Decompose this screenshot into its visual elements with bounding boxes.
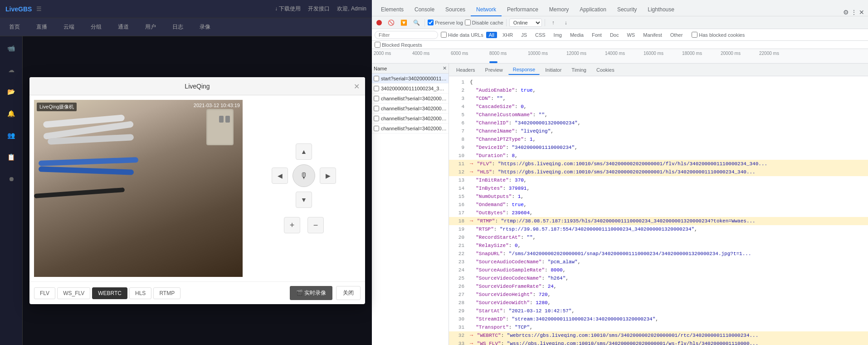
nav-user[interactable]: 用户 [141, 21, 160, 33]
blocked-cookies-label[interactable]: Has blocked cookies [692, 32, 745, 38]
record-btn[interactable] [376, 20, 382, 25]
filter-xhr-btn[interactable]: XHR [500, 32, 516, 38]
nav-record[interactable]: 录像 [196, 21, 214, 33]
devtools-close-icon[interactable]: ✕ [859, 9, 864, 16]
export-btn[interactable]: ↓ [561, 17, 571, 28]
sidebar-record-icon[interactable]: ⏺ [4, 172, 19, 186]
json-line-2: 2 "AudioEnable": true, [449, 86, 868, 94]
blocked-requests-checkbox[interactable] [375, 42, 380, 48]
search-icon-btn[interactable]: 🔍 [411, 17, 422, 28]
preserve-log-checkbox[interactable] [428, 20, 434, 25]
hide-data-urls-label[interactable]: Hide data URLs [441, 32, 483, 38]
close-panel-btn[interactable]: ✕ [443, 65, 447, 71]
format-tab-hls[interactable]: HLS [129, 287, 151, 299]
detail-tab-response[interactable]: Response [508, 65, 540, 75]
close-button[interactable]: 关闭 [336, 286, 361, 300]
ptz-left-button[interactable]: ◀ [272, 168, 288, 184]
ptz-row-up: ▲ [296, 143, 312, 160]
nav-log[interactable]: 日志 [169, 21, 187, 33]
ptz-center-button[interactable]: 🎙 [293, 164, 315, 187]
devtools-settings-icon[interactable]: ⚙ [843, 9, 849, 16]
nav-channel[interactable]: 通道 [114, 21, 132, 33]
request-checkbox-6[interactable] [374, 126, 379, 131]
throttle-select[interactable]: Online Fast 3G Slow 3G Offline [509, 19, 542, 27]
zoom-out-button[interactable]: − [307, 217, 324, 233]
detail-tab-cookies[interactable]: Cookies [592, 65, 619, 74]
preserve-log-label[interactable]: Preserve log [428, 20, 463, 25]
request-item-5[interactable]: channellist?serial=340200000... [372, 113, 449, 123]
filter-css-btn[interactable]: CSS [532, 32, 548, 38]
request-item-4[interactable]: channellist?serial=340200000... [372, 104, 449, 113]
disable-cache-checkbox[interactable] [465, 20, 471, 25]
sidebar-cloud-icon[interactable]: ☁ [4, 63, 19, 77]
tab-performance[interactable]: Performance [502, 4, 544, 16]
filter-other-btn[interactable]: Other [668, 32, 686, 38]
nav-cloud[interactable]: 云端 [60, 21, 78, 33]
request-checkbox-5[interactable] [374, 116, 379, 121]
app-main: LiveQing ✕ [23, 36, 372, 345]
request-item-6[interactable]: channellist?serial=340200000... [372, 123, 449, 133]
ptz-down-button[interactable]: ▼ [296, 192, 312, 208]
sidebar-bell-icon[interactable]: 🔔 [4, 106, 19, 121]
filter-input[interactable] [375, 31, 438, 39]
sidebar-camera-icon[interactable]: 📹 [4, 41, 19, 55]
modal-overlay: LiveQing ✕ [23, 36, 372, 345]
sidebar-log-icon[interactable]: 📋 [4, 150, 19, 164]
record-button[interactable]: 🎬 实时录像 [290, 286, 332, 300]
hamburger-icon[interactable]: ☰ [36, 5, 42, 12]
format-tab-rtmp[interactable]: RTMP [153, 287, 180, 299]
tab-application[interactable]: Application [574, 4, 612, 16]
filter-all-btn[interactable]: All [486, 32, 497, 38]
zoom-in-button[interactable]: + [284, 217, 300, 233]
nav-live[interactable]: 直播 [33, 21, 51, 33]
filter-doc-btn[interactable]: Doc [607, 32, 622, 38]
api-link[interactable]: 开发接口 [308, 5, 330, 13]
json-line-11: 11 → "FLV": "https://gbs.liveqing.com:10… [449, 160, 868, 168]
filter-icon-btn[interactable]: 🔽 [398, 17, 409, 28]
hide-data-urls-checkbox[interactable] [441, 32, 447, 38]
tab-console[interactable]: Console [409, 4, 440, 16]
filter-font-btn[interactable]: Font [589, 32, 605, 38]
modal-close-button[interactable]: ✕ [354, 82, 360, 90]
detail-tab-preview[interactable]: Preview [481, 65, 507, 74]
disable-cache-label[interactable]: Disable cache [465, 20, 503, 25]
import-btn[interactable]: ↑ [548, 17, 559, 28]
ptz-right-button[interactable]: ▶ [320, 168, 336, 184]
request-item-1[interactable]: start?serial=3402000000110... [372, 74, 449, 84]
tab-network[interactable]: Network [471, 4, 502, 16]
tab-lighthouse[interactable]: Lighthouse [642, 4, 680, 16]
tab-sources[interactable]: Sources [440, 4, 471, 16]
filter-media-btn[interactable]: Media [567, 32, 586, 38]
blocked-requests-label[interactable]: Blocked Requests [375, 42, 422, 48]
filter-manifest-btn[interactable]: Manifest [640, 32, 665, 38]
request-item-2[interactable]: 3402000000111000234_3402... [372, 84, 449, 94]
filter-ws-btn[interactable]: WS [624, 32, 638, 38]
detail-tab-headers[interactable]: Headers [452, 65, 480, 74]
detail-tab-initiator[interactable]: Initiator [541, 65, 566, 74]
filter-js-btn[interactable]: JS [518, 32, 530, 38]
request-checkbox-2[interactable] [374, 86, 379, 91]
nav-home[interactable]: 首页 [5, 21, 24, 33]
sidebar-folder-icon[interactable]: 📂 [4, 84, 19, 99]
devtools-more-icon[interactable]: ⋮ [851, 9, 857, 16]
app-sidebar: 📹 ☁ 📂 🔔 👥 📋 ⏺ [0, 36, 23, 345]
blocked-cookies-checkbox[interactable] [692, 32, 697, 38]
request-item-3[interactable]: channellist?serial=340200000... [372, 94, 449, 104]
format-tab-flv[interactable]: FLV [34, 287, 55, 299]
ptz-up-button[interactable]: ▲ [296, 143, 312, 160]
detail-tab-timing[interactable]: Timing [567, 65, 591, 74]
tab-security[interactable]: Security [612, 4, 642, 16]
download-link[interactable]: ↓ 下载使用 [275, 5, 301, 13]
clear-btn[interactable]: 🚫 [385, 17, 396, 28]
tab-memory[interactable]: Memory [544, 4, 574, 16]
nav-group[interactable]: 分组 [87, 21, 105, 33]
format-tab-webrtc[interactable]: WEBRTC [92, 287, 127, 299]
request-checkbox-3[interactable] [374, 96, 379, 101]
sidebar-users-icon[interactable]: 👥 [4, 128, 19, 143]
modal-header: LiveQing ✕ [29, 77, 365, 95]
request-checkbox-4[interactable] [374, 106, 379, 111]
filter-img-btn[interactable]: Img [551, 32, 565, 38]
request-checkbox-1[interactable] [374, 76, 379, 81]
format-tab-ws-flv[interactable]: WS_FLV [57, 287, 90, 299]
tab-elements[interactable]: Elements [375, 4, 409, 16]
